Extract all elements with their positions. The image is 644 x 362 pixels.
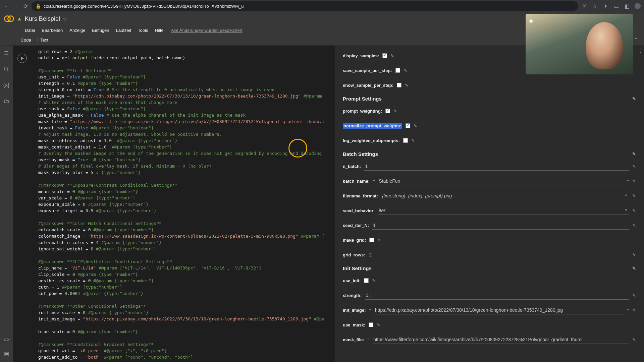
prompt-settings-head: Prompt Settings ✎ xyxy=(343,96,636,102)
cell-content: grid_rows = 2 #@param outdir = get_outpu… xyxy=(13,46,644,362)
init-settings-head: Init Settings ✎ xyxy=(343,265,636,271)
document-title[interactable]: Kurs Beispiel xyxy=(25,15,60,22)
display-samples-checkbox[interactable] xyxy=(382,53,387,58)
pencil-icon[interactable]: ✎ xyxy=(390,53,394,58)
pencil-icon[interactable]: ✎ xyxy=(632,308,636,313)
prompt-weighting-label: prompt_weighting: xyxy=(343,109,382,114)
n-batch-input[interactable] xyxy=(364,162,629,171)
strength-input[interactable] xyxy=(365,291,629,300)
webcam-pin-icon[interactable]: ◈ xyxy=(529,17,535,23)
pencil-icon[interactable]: ✎ xyxy=(632,164,636,169)
use-init-label: use_init: xyxy=(343,278,361,283)
add-text-button[interactable]: +Text xyxy=(37,38,48,43)
avatar[interactable] xyxy=(635,3,641,9)
quote-close: " xyxy=(627,307,629,313)
nav-forward-icon[interactable]: → xyxy=(13,3,19,9)
log-weighted-subprompts-checkbox[interactable] xyxy=(403,138,408,143)
search-icon[interactable] xyxy=(3,66,10,72)
nav-reload-icon[interactable]: ⟳ xyxy=(22,3,29,9)
show-sample-per-step-label: show_sample_per_step: xyxy=(343,83,393,88)
translate-icon[interactable]: ᵃ⁄ xyxy=(581,3,587,9)
seed-iter-n-input[interactable] xyxy=(372,221,629,230)
mask-file-input[interactable] xyxy=(373,336,629,344)
prompt-weighting-checkbox[interactable] xyxy=(385,109,390,113)
menu-insert[interactable]: Einfügen xyxy=(90,28,111,33)
run-button[interactable] xyxy=(17,54,27,63)
grid-rows-input[interactable] xyxy=(368,251,629,259)
menu-edit[interactable]: Bearbeiten xyxy=(40,28,65,33)
pencil-icon[interactable]: ✎ xyxy=(632,152,636,157)
webcam-video: ◈ xyxy=(526,14,633,74)
code-editor[interactable]: grid_rows = 2 #@param outdir = get_outpu… xyxy=(13,46,335,362)
quote-open: " xyxy=(368,337,369,343)
nav-back-icon[interactable]: ← xyxy=(3,3,10,9)
pencil-icon[interactable]: ✎ xyxy=(632,223,636,228)
filename-format-select[interactable]: {timestring}_{index}_{prompt}.png xyxy=(381,192,629,200)
terminal-icon[interactable]: ▣ xyxy=(3,350,10,357)
pencil-icon[interactable]: ✎ xyxy=(405,83,409,88)
normalize-prompt-weights-checkbox[interactable] xyxy=(406,123,410,128)
quote-open: " xyxy=(369,307,371,313)
filename-format-value: {timestring}_{index}_{prompt}.png xyxy=(382,193,452,198)
mask-file-row: mask_file: " ✎ xyxy=(343,332,636,347)
make-grid-checkbox[interactable] xyxy=(369,238,374,242)
menu-runtime[interactable]: Laufzeit xyxy=(114,28,133,33)
seed-behavior-select[interactable]: iter xyxy=(378,206,629,215)
right-rail: ⋮ xyxy=(637,48,643,54)
show-sample-per-step-checkbox[interactable] xyxy=(397,83,401,87)
pencil-icon[interactable]: ✎ xyxy=(632,208,636,213)
add-code-label: Code xyxy=(21,38,31,43)
pencil-icon[interactable]: ✎ xyxy=(377,322,380,327)
pencil-icon[interactable]: ✎ xyxy=(411,138,415,143)
pencil-icon[interactable]: ✎ xyxy=(632,293,636,298)
pencil-icon[interactable]: ✎ xyxy=(632,252,636,257)
panel-icon[interactable]: ◧ xyxy=(624,3,630,9)
colab-logo-icon[interactable] xyxy=(4,15,14,22)
menu-file[interactable]: Datei xyxy=(23,28,37,33)
pencil-icon[interactable]: ✎ xyxy=(632,96,636,101)
bookmark-icon[interactable]: ☆ xyxy=(592,3,598,9)
toc-icon[interactable]: ☰ xyxy=(3,50,10,56)
log-weighted-subprompts-row: log_weighted_subprompts: ✎ xyxy=(343,133,636,148)
use-mask-label: use_mask: xyxy=(343,322,365,327)
use-mask-checkbox[interactable] xyxy=(369,322,373,327)
use-init-checkbox[interactable] xyxy=(364,278,369,283)
strength-label: strength: xyxy=(343,293,362,298)
add-code-button[interactable]: +Code xyxy=(17,38,31,43)
text-cursor xyxy=(298,145,298,150)
init-image-input[interactable] xyxy=(374,306,624,314)
webcam-overlay[interactable]: ◈ xyxy=(526,14,633,74)
files-icon[interactable] xyxy=(3,98,10,105)
seed-iter-n-row: seed_iter_N: ✎ xyxy=(343,218,636,233)
batch-settings-head: Batch Settings ✎ xyxy=(343,151,636,157)
pencil-icon[interactable]: ✎ xyxy=(377,238,381,243)
url-bar[interactable]: 🔒 colab.research.google.com/drive/13G9KH… xyxy=(32,1,578,11)
extensions-icon[interactable]: ✦ xyxy=(602,3,608,9)
pencil-icon[interactable]: ✎ xyxy=(632,179,636,184)
cell-menu-icon[interactable]: ⋮ xyxy=(638,48,643,54)
menu-help[interactable]: Hilfe xyxy=(153,28,165,33)
menu-view[interactable]: Anzeige xyxy=(67,28,87,33)
chevron-up-icon[interactable]: ˄ xyxy=(635,37,637,43)
grid-rows-row: grid_rows: ✎ xyxy=(343,247,636,262)
save-status[interactable]: Alle Änderungen wurden gespeichert xyxy=(171,28,242,33)
quote-open: " xyxy=(373,178,375,184)
code-snippets-icon[interactable]: <> xyxy=(3,337,10,343)
reader-icon[interactable]: ▭ xyxy=(613,3,619,9)
filename-format-row: filename_format: {timestring}_{index}_{p… xyxy=(343,188,636,203)
pencil-icon[interactable]: ✎ xyxy=(632,337,636,342)
pencil-icon[interactable]: ✎ xyxy=(404,68,407,73)
n-batch-label: n_batch: xyxy=(343,164,361,169)
variables-icon[interactable]: {x} xyxy=(3,82,10,88)
menu-tools[interactable]: Tools xyxy=(136,28,150,33)
pencil-icon[interactable]: ✎ xyxy=(393,109,397,114)
code-block[interactable]: grid_rows = 2 #@param outdir = get_outpu… xyxy=(13,46,335,362)
batch-name-input[interactable] xyxy=(378,177,624,185)
lock-icon: 🔒 xyxy=(36,4,41,9)
save-sample-per-step-checkbox[interactable] xyxy=(395,68,400,73)
pencil-icon[interactable]: ✎ xyxy=(372,278,376,283)
pencil-icon[interactable]: ✎ xyxy=(632,193,636,198)
star-icon[interactable]: ☆ xyxy=(63,16,67,22)
pencil-icon[interactable]: ✎ xyxy=(414,123,417,128)
pencil-icon[interactable]: ✎ xyxy=(632,266,636,271)
